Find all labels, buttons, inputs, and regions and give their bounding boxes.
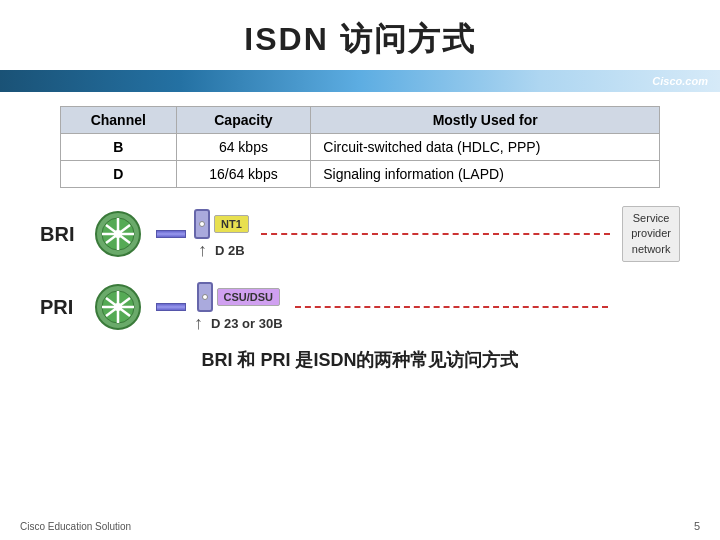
pri-label: PRI xyxy=(40,296,80,319)
svg-point-13 xyxy=(114,303,122,311)
channel-d: D xyxy=(61,161,177,188)
network-diagram: BRI NT1 xyxy=(40,206,680,334)
bri-channel-label: D 2B xyxy=(215,243,245,258)
service-provider-box: Serviceprovidernetwork xyxy=(622,206,680,262)
bri-cable xyxy=(156,230,186,238)
col-channel: Channel xyxy=(61,107,177,134)
table-row: D 16/64 kbps Signaling information (LAPD… xyxy=(61,161,660,188)
bri-dashed-line xyxy=(261,233,610,235)
bri-row: BRI NT1 xyxy=(40,206,680,262)
bri-router-icon xyxy=(88,207,148,261)
pri-router-icon xyxy=(88,280,148,334)
bri-nt-label: NT1 xyxy=(214,215,249,233)
pri-cable xyxy=(156,303,186,311)
bri-nt-top: NT1 xyxy=(194,209,249,239)
pri-csu-top: CSU/DSU xyxy=(197,282,281,312)
pri-dashed-line xyxy=(295,306,608,308)
pri-row: PRI CSU/DSU ↑ D xyxy=(40,280,680,334)
col-capacity: Capacity xyxy=(176,107,311,134)
usage-b: Circuit-switched data (HDLC, PPP) xyxy=(311,134,660,161)
caption-text: BRI 和 PRI 是ISDN的两种常见访问方式 xyxy=(0,348,720,372)
bri-label: BRI xyxy=(40,223,80,246)
page-title: ISDN 访问方式 xyxy=(0,0,720,70)
page-number: 5 xyxy=(694,520,700,532)
cisco-brand: Cisco.com xyxy=(652,75,708,87)
footer-text: Cisco Education Solution xyxy=(20,521,131,532)
pri-csu-group: CSU/DSU ↑ D 23 or 30B xyxy=(194,282,283,332)
svg-point-6 xyxy=(114,230,122,238)
bri-nt-group: NT1 ↑ D 2B xyxy=(194,209,249,259)
usage-d: Signaling information (LAPD) xyxy=(311,161,660,188)
capacity-d: 16/64 kbps xyxy=(176,161,311,188)
col-usage: Mostly Used for xyxy=(311,107,660,134)
channel-table-container: Channel Capacity Mostly Used for B 64 kb… xyxy=(60,106,660,188)
cisco-banner: Cisco.com xyxy=(0,70,720,92)
channel-table: Channel Capacity Mostly Used for B 64 kb… xyxy=(60,106,660,188)
channel-b: B xyxy=(61,134,177,161)
pri-channel-label: D 23 or 30B xyxy=(211,316,283,331)
capacity-b: 64 kbps xyxy=(176,134,311,161)
table-row: B 64 kbps Circuit-switched data (HDLC, P… xyxy=(61,134,660,161)
pri-csu-label: CSU/DSU xyxy=(217,288,281,306)
